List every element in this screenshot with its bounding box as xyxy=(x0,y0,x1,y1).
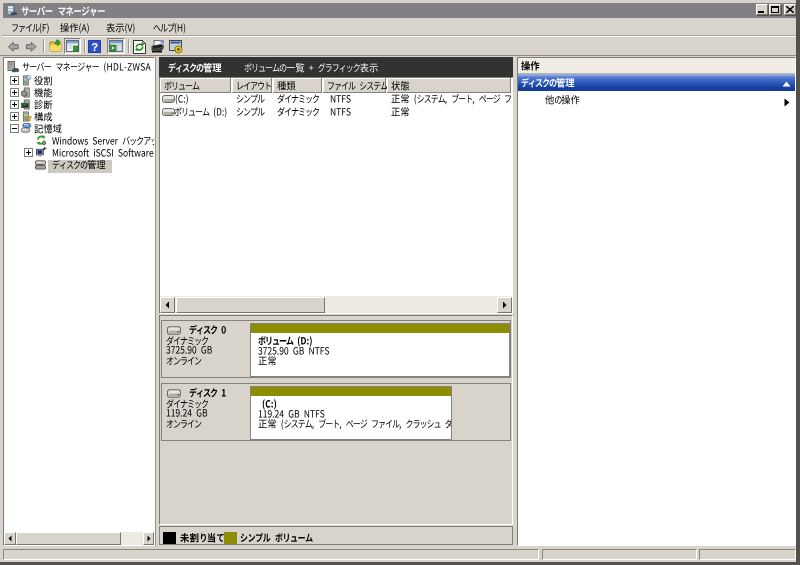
svg-text:?: ? xyxy=(91,41,98,53)
